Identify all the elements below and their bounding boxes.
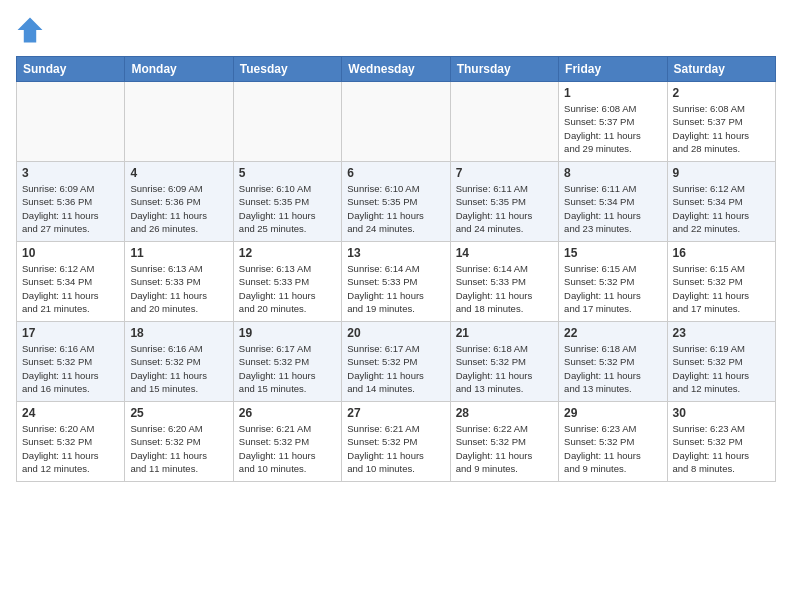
- day-number: 6: [347, 166, 444, 180]
- calendar-cell: 27Sunrise: 6:21 AMSunset: 5:32 PMDayligh…: [342, 402, 450, 482]
- calendar-cell: 1Sunrise: 6:08 AMSunset: 5:37 PMDaylight…: [559, 82, 667, 162]
- day-number: 18: [130, 326, 227, 340]
- day-info: Sunrise: 6:18 AMSunset: 5:32 PMDaylight:…: [456, 342, 553, 395]
- calendar-cell: [450, 82, 558, 162]
- calendar-week-row: 10Sunrise: 6:12 AMSunset: 5:34 PMDayligh…: [17, 242, 776, 322]
- day-info: Sunrise: 6:14 AMSunset: 5:33 PMDaylight:…: [347, 262, 444, 315]
- calendar-cell: 7Sunrise: 6:11 AMSunset: 5:35 PMDaylight…: [450, 162, 558, 242]
- day-info: Sunrise: 6:10 AMSunset: 5:35 PMDaylight:…: [347, 182, 444, 235]
- day-info: Sunrise: 6:13 AMSunset: 5:33 PMDaylight:…: [130, 262, 227, 315]
- calendar-cell: 15Sunrise: 6:15 AMSunset: 5:32 PMDayligh…: [559, 242, 667, 322]
- svg-marker-0: [18, 18, 43, 43]
- calendar-cell: 22Sunrise: 6:18 AMSunset: 5:32 PMDayligh…: [559, 322, 667, 402]
- day-info: Sunrise: 6:10 AMSunset: 5:35 PMDaylight:…: [239, 182, 336, 235]
- calendar-cell: [125, 82, 233, 162]
- calendar-cell: 30Sunrise: 6:23 AMSunset: 5:32 PMDayligh…: [667, 402, 775, 482]
- day-info: Sunrise: 6:08 AMSunset: 5:37 PMDaylight:…: [564, 102, 661, 155]
- day-info: Sunrise: 6:19 AMSunset: 5:32 PMDaylight:…: [673, 342, 770, 395]
- day-number: 9: [673, 166, 770, 180]
- day-number: 28: [456, 406, 553, 420]
- day-number: 7: [456, 166, 553, 180]
- day-number: 26: [239, 406, 336, 420]
- day-info: Sunrise: 6:20 AMSunset: 5:32 PMDaylight:…: [130, 422, 227, 475]
- day-number: 19: [239, 326, 336, 340]
- day-info: Sunrise: 6:20 AMSunset: 5:32 PMDaylight:…: [22, 422, 119, 475]
- calendar-cell: 9Sunrise: 6:12 AMSunset: 5:34 PMDaylight…: [667, 162, 775, 242]
- calendar-cell: 14Sunrise: 6:14 AMSunset: 5:33 PMDayligh…: [450, 242, 558, 322]
- calendar-cell: 16Sunrise: 6:15 AMSunset: 5:32 PMDayligh…: [667, 242, 775, 322]
- day-info: Sunrise: 6:11 AMSunset: 5:35 PMDaylight:…: [456, 182, 553, 235]
- day-number: 24: [22, 406, 119, 420]
- day-info: Sunrise: 6:17 AMSunset: 5:32 PMDaylight:…: [347, 342, 444, 395]
- day-number: 15: [564, 246, 661, 260]
- calendar-cell: 4Sunrise: 6:09 AMSunset: 5:36 PMDaylight…: [125, 162, 233, 242]
- calendar-cell: 18Sunrise: 6:16 AMSunset: 5:32 PMDayligh…: [125, 322, 233, 402]
- calendar-cell: 28Sunrise: 6:22 AMSunset: 5:32 PMDayligh…: [450, 402, 558, 482]
- calendar-table: SundayMondayTuesdayWednesdayThursdayFrid…: [16, 56, 776, 482]
- day-number: 1: [564, 86, 661, 100]
- calendar-cell: [233, 82, 341, 162]
- calendar-week-row: 17Sunrise: 6:16 AMSunset: 5:32 PMDayligh…: [17, 322, 776, 402]
- day-info: Sunrise: 6:23 AMSunset: 5:32 PMDaylight:…: [673, 422, 770, 475]
- day-number: 16: [673, 246, 770, 260]
- day-info: Sunrise: 6:16 AMSunset: 5:32 PMDaylight:…: [130, 342, 227, 395]
- day-info: Sunrise: 6:18 AMSunset: 5:32 PMDaylight:…: [564, 342, 661, 395]
- calendar-day-header: Sunday: [17, 57, 125, 82]
- day-number: 30: [673, 406, 770, 420]
- calendar-cell: 17Sunrise: 6:16 AMSunset: 5:32 PMDayligh…: [17, 322, 125, 402]
- day-number: 4: [130, 166, 227, 180]
- day-number: 14: [456, 246, 553, 260]
- day-number: 2: [673, 86, 770, 100]
- day-info: Sunrise: 6:16 AMSunset: 5:32 PMDaylight:…: [22, 342, 119, 395]
- day-number: 23: [673, 326, 770, 340]
- calendar-day-header: Thursday: [450, 57, 558, 82]
- day-number: 5: [239, 166, 336, 180]
- day-number: 13: [347, 246, 444, 260]
- day-number: 10: [22, 246, 119, 260]
- calendar-cell: 12Sunrise: 6:13 AMSunset: 5:33 PMDayligh…: [233, 242, 341, 322]
- calendar-cell: 26Sunrise: 6:21 AMSunset: 5:32 PMDayligh…: [233, 402, 341, 482]
- day-info: Sunrise: 6:09 AMSunset: 5:36 PMDaylight:…: [130, 182, 227, 235]
- day-number: 8: [564, 166, 661, 180]
- calendar-cell: 8Sunrise: 6:11 AMSunset: 5:34 PMDaylight…: [559, 162, 667, 242]
- calendar-cell: 19Sunrise: 6:17 AMSunset: 5:32 PMDayligh…: [233, 322, 341, 402]
- calendar-header-row: SundayMondayTuesdayWednesdayThursdayFrid…: [17, 57, 776, 82]
- calendar-cell: 21Sunrise: 6:18 AMSunset: 5:32 PMDayligh…: [450, 322, 558, 402]
- day-info: Sunrise: 6:09 AMSunset: 5:36 PMDaylight:…: [22, 182, 119, 235]
- logo-icon: [16, 16, 44, 44]
- calendar-cell: 13Sunrise: 6:14 AMSunset: 5:33 PMDayligh…: [342, 242, 450, 322]
- calendar-day-header: Monday: [125, 57, 233, 82]
- day-info: Sunrise: 6:11 AMSunset: 5:34 PMDaylight:…: [564, 182, 661, 235]
- calendar-cell: 11Sunrise: 6:13 AMSunset: 5:33 PMDayligh…: [125, 242, 233, 322]
- day-info: Sunrise: 6:21 AMSunset: 5:32 PMDaylight:…: [239, 422, 336, 475]
- day-info: Sunrise: 6:15 AMSunset: 5:32 PMDaylight:…: [673, 262, 770, 315]
- day-number: 3: [22, 166, 119, 180]
- day-info: Sunrise: 6:17 AMSunset: 5:32 PMDaylight:…: [239, 342, 336, 395]
- logo: [16, 16, 48, 44]
- day-info: Sunrise: 6:12 AMSunset: 5:34 PMDaylight:…: [673, 182, 770, 235]
- day-info: Sunrise: 6:15 AMSunset: 5:32 PMDaylight:…: [564, 262, 661, 315]
- calendar-day-header: Tuesday: [233, 57, 341, 82]
- calendar-week-row: 24Sunrise: 6:20 AMSunset: 5:32 PMDayligh…: [17, 402, 776, 482]
- day-number: 11: [130, 246, 227, 260]
- day-number: 27: [347, 406, 444, 420]
- calendar-cell: 20Sunrise: 6:17 AMSunset: 5:32 PMDayligh…: [342, 322, 450, 402]
- day-number: 25: [130, 406, 227, 420]
- calendar-week-row: 3Sunrise: 6:09 AMSunset: 5:36 PMDaylight…: [17, 162, 776, 242]
- calendar-week-row: 1Sunrise: 6:08 AMSunset: 5:37 PMDaylight…: [17, 82, 776, 162]
- day-number: 29: [564, 406, 661, 420]
- calendar-cell: 29Sunrise: 6:23 AMSunset: 5:32 PMDayligh…: [559, 402, 667, 482]
- calendar-cell: 23Sunrise: 6:19 AMSunset: 5:32 PMDayligh…: [667, 322, 775, 402]
- calendar-cell: 6Sunrise: 6:10 AMSunset: 5:35 PMDaylight…: [342, 162, 450, 242]
- day-info: Sunrise: 6:21 AMSunset: 5:32 PMDaylight:…: [347, 422, 444, 475]
- calendar-cell: 2Sunrise: 6:08 AMSunset: 5:37 PMDaylight…: [667, 82, 775, 162]
- page-header: [16, 16, 776, 44]
- day-info: Sunrise: 6:12 AMSunset: 5:34 PMDaylight:…: [22, 262, 119, 315]
- calendar-cell: [17, 82, 125, 162]
- day-number: 21: [456, 326, 553, 340]
- day-info: Sunrise: 6:08 AMSunset: 5:37 PMDaylight:…: [673, 102, 770, 155]
- day-number: 20: [347, 326, 444, 340]
- day-info: Sunrise: 6:23 AMSunset: 5:32 PMDaylight:…: [564, 422, 661, 475]
- calendar-cell: 10Sunrise: 6:12 AMSunset: 5:34 PMDayligh…: [17, 242, 125, 322]
- day-info: Sunrise: 6:22 AMSunset: 5:32 PMDaylight:…: [456, 422, 553, 475]
